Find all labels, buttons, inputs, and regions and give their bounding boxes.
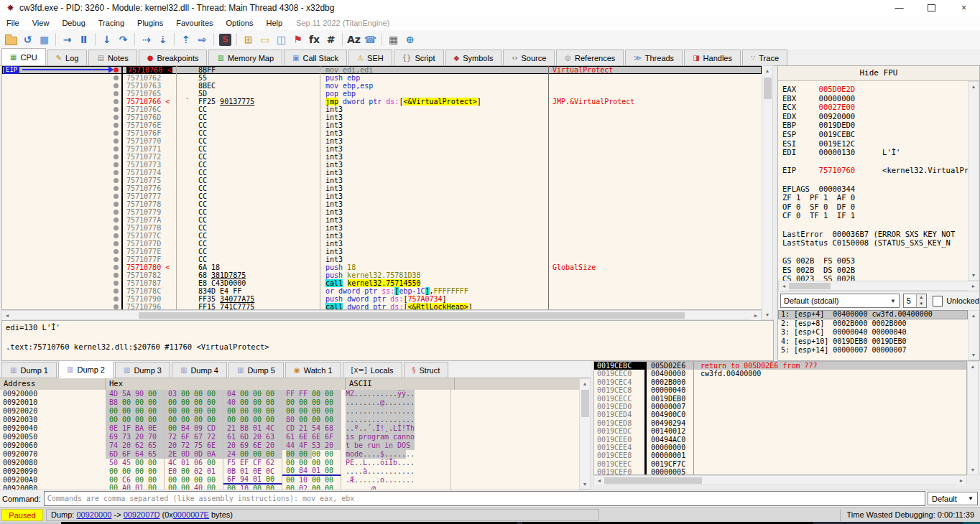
tab-log[interactable]: ✎Log [47, 50, 88, 65]
register-list[interactable]: EAX 005D0E2DEBX 00000000ECX 00027E00EDX … [778, 81, 972, 284]
command-profile-select[interactable]: Default ▼ [928, 492, 978, 505]
stack-horizontal-scrollbar[interactable]: ◄ ► [593, 475, 967, 485]
dump-row[interactable]: 009200A000C60000000000006F94010000100000… [0, 476, 579, 485]
labels-icon[interactable]: ◫ [273, 32, 290, 47]
stack-row[interactable]: 0019CED4004900C0 [594, 411, 966, 418]
dump-row[interactable]: 0092005069732070726F6772616D2063616E6E6F… [0, 433, 579, 441]
disasm-row[interactable]: 75710787E8 C43D0000call kernel32.7571455… [2, 279, 762, 287]
register-line[interactable]: LastStatus C0150008 (STATUS_SXS_KEY_N [782, 238, 972, 248]
dump-row[interactable]: 00920060742062652072756E20696E20444F5320… [0, 441, 579, 450]
patches-icon[interactable]: ⊞ [240, 32, 256, 47]
attach-thread-icon[interactable]: ⇨ [194, 32, 211, 47]
stack-row[interactable]: 0019CEC40002B000 [594, 378, 966, 386]
tab-dump-5[interactable]: ▥Dump 5 [228, 362, 284, 378]
register-line[interactable]: ZF 1 PF 1 AF 0 [782, 193, 972, 202]
breakpoint-dot-icon[interactable] [114, 296, 119, 301]
breakpoint-dot-icon[interactable] [114, 131, 119, 136]
tab-cpu[interactable]: ▦CPU [1, 48, 46, 66]
status-address-link[interactable]: 0000007E [173, 510, 209, 519]
register-line[interactable]: ES 002B DS 002B [782, 266, 972, 275]
tab-struct[interactable]: §Struct [404, 362, 449, 378]
dump-row[interactable]: 009200B000A00100000040000010000000020000… [0, 485, 579, 490]
breakpoint-dot-icon[interactable] [114, 281, 119, 286]
call-argument-row[interactable]: 5: [esp+14] 00000007 00000007 [778, 346, 968, 355]
register-line[interactable] [782, 175, 972, 184]
breakpoint-dot-icon[interactable] [114, 289, 119, 294]
call-arguments-list[interactable]: 1: [esp+4] 00400000 cw3fd.004000002: [es… [778, 310, 968, 360]
call-argument-row[interactable]: 4: [esp+10] 0019DEB0 0019DEB0 [778, 337, 968, 347]
menu-debug[interactable]: Debug [55, 19, 91, 27]
disasm-row[interactable]: 7571077FCCint3 [2, 256, 762, 263]
stack-view[interactable]: 0019CEBC005D02E6return to 005D02E6 from … [593, 361, 967, 475]
breakpoint-dot-icon[interactable] [114, 186, 119, 191]
calculator-icon[interactable]: ▦ [385, 32, 402, 47]
breakpoint-dot-icon[interactable] [114, 249, 119, 254]
az-icon[interactable]: Az [346, 32, 362, 47]
disasm-row[interactable]: 75710771CCint3 [2, 145, 762, 153]
stack-row[interactable]: 0019CEC800000040 [594, 386, 966, 394]
step-out-icon[interactable]: ⇡ [177, 32, 194, 47]
restart-icon[interactable]: ↺ [19, 32, 36, 47]
tab-handles[interactable]: ◨Handles [684, 50, 741, 65]
tab-dump-2[interactable]: ▥Dump 2 [58, 360, 114, 378]
tab-notes[interactable]: ▤Notes [88, 50, 137, 65]
execute-till-return-icon[interactable]: ⇢ [138, 32, 154, 47]
stack-row[interactable]: 0019CEE400000000 [594, 444, 966, 452]
disasm-row[interactable]: 7571076FCCint3 [2, 129, 762, 137]
disasm-row[interactable]: 75710777CCint3 [2, 192, 762, 200]
stack-row[interactable]: 0019CED800490294 [594, 419, 966, 427]
register-line[interactable]: ESI 0019E12C [782, 139, 972, 149]
call-argument-row[interactable]: 2: [esp+8] 0002B000 0002B000 [778, 319, 968, 329]
disasm-row[interactable]: 7571077ECCint3 [2, 248, 762, 256]
breakpoint-dot-icon[interactable] [114, 115, 119, 120]
registers-vertical-scrollbar[interactable]: ▲ ▼ [968, 81, 979, 281]
disasm-row[interactable]: 75710772CCint3 [2, 153, 762, 161]
breakpoint-dot-icon[interactable] [114, 257, 119, 262]
breakpoint-dot-icon[interactable] [114, 91, 119, 96]
minimize-button[interactable]: — [883, 0, 915, 16]
hash-icon[interactable]: # [323, 32, 339, 47]
dump-row[interactable]: 00920010B8000000000000004000000000000000… [0, 398, 579, 407]
disasm-row[interactable]: 757107638BECmov ebp,esp [2, 82, 762, 90]
tab-memory-map[interactable]: ▥Memory Map [208, 50, 282, 65]
breakpoint-dot-icon[interactable] [114, 225, 119, 230]
stack-row[interactable]: 0019CEC000400000cw3fd.00400000 [594, 370, 966, 378]
register-line[interactable]: ECX 00027E00 [782, 103, 972, 112]
menu-favourites[interactable]: Favourites [170, 19, 219, 27]
disasm-row[interactable]: 75710773CCint3 [2, 161, 762, 169]
disassembly-view[interactable]: 75710760 <8BFFmov edi,ediVirtualProtect7… [1, 65, 762, 310]
disassembly-vertical-scrollbar[interactable]: ▲ ▼ [762, 65, 773, 320]
register-line[interactable]: EBP 0019DED0 [782, 121, 972, 130]
register-line[interactable] [782, 248, 972, 257]
breakpoint-dot-icon[interactable] [114, 99, 119, 104]
breakpoint-dot-icon[interactable] [114, 139, 119, 144]
bookmarks-icon[interactable]: ⚑ [290, 32, 306, 47]
dump-vertical-scrollbar[interactable]: ▲ ▼ [579, 378, 591, 490]
stack-row[interactable]: 0019CEBC005D02E6return to 005D02E6 from … [594, 362, 966, 370]
breakpoint-dot-icon[interactable] [114, 123, 119, 128]
disasm-row[interactable]: 7571076ECCint3 [2, 121, 762, 129]
hide-fpu-button[interactable]: Hide FPU [778, 66, 979, 81]
dump-row[interactable]: 009200004D5A90000300000004000000FFFF0000… [0, 390, 579, 398]
disasm-row[interactable]: 75710790FF35 34077A75push dword ptr ds:[… [2, 295, 762, 303]
disasm-row[interactable]: 7571077DCCint3 [2, 240, 762, 248]
register-line[interactable]: EIP 75710760 <kernel32.VirtualPr [782, 166, 972, 175]
register-line[interactable]: CF 0 TF 1 IF 1 [782, 211, 972, 220]
stop-icon[interactable]: ■ [36, 32, 52, 47]
disasm-row[interactable]: 75710796FF15 741C7775call dword ptr ds:[… [2, 303, 762, 310]
run-icon[interactable]: → [59, 32, 75, 47]
phone-icon[interactable]: ☎ [362, 32, 379, 47]
breakpoint-dot-icon[interactable] [114, 146, 119, 151]
breakpoint-dot-icon[interactable] [114, 83, 119, 88]
call-argument-row[interactable]: 1: [esp+4] 00400000 cw3fd.00400000 [778, 310, 968, 319]
menu-help[interactable]: Help [259, 19, 289, 27]
breakpoint-dot-icon[interactable] [114, 304, 119, 309]
status-address-link[interactable]: 00920000 [76, 510, 111, 519]
disasm-row[interactable]: 7571076CCCint3 [2, 106, 762, 113]
breakpoint-dot-icon[interactable] [114, 154, 119, 159]
disasm-row[interactable]: 7571078268 381D7875push kernel32.75781D3… [2, 271, 762, 279]
disasm-row[interactable]: 75710775CCint3 [2, 177, 762, 184]
disassembly-horizontal-scrollbar[interactable]: ◄ ► [1, 310, 762, 320]
dump-row[interactable]: 009200400E1FBA0E00B409CD21B8014CCD215468… [0, 424, 579, 433]
register-line[interactable]: EDX 00920000 [782, 112, 972, 121]
